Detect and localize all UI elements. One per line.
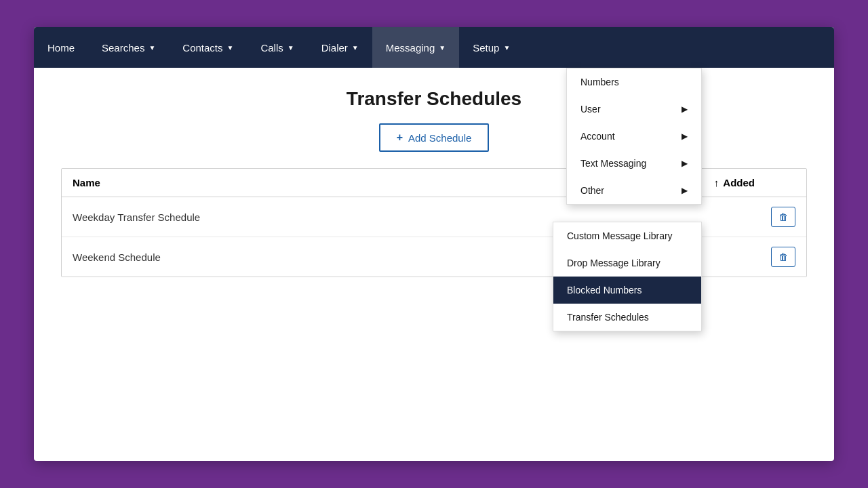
dropdown-item-other[interactable]: Other ▶	[567, 177, 701, 204]
user-arrow-icon: ▶	[682, 104, 688, 114]
messaging-caret: ▼	[439, 44, 446, 52]
row-name-weekday: Weekday Transfer Schedule	[73, 211, 771, 223]
messaging-dropdown: Numbers User ▶ Account ▶ Text Messaging …	[566, 68, 702, 205]
nav-dialer[interactable]: Dialer ▼	[308, 27, 372, 68]
calls-caret: ▼	[288, 44, 294, 52]
delete-weekend-button[interactable]: 🗑	[771, 247, 795, 267]
navbar: Home Searches ▼ Contacts ▼ Calls ▼ Diale…	[34, 27, 834, 68]
dropdown-item-user[interactable]: User ▶	[567, 96, 701, 123]
dialer-caret: ▼	[352, 44, 359, 52]
contacts-caret: ▼	[227, 44, 234, 52]
other-arrow-icon: ▶	[682, 186, 688, 195]
main-window: Home Searches ▼ Contacts ▼ Calls ▼ Diale…	[34, 27, 834, 461]
setup-caret: ▼	[503, 44, 510, 52]
nav-home[interactable]: Home	[34, 27, 88, 68]
dropdown-item-account[interactable]: Account ▶	[567, 123, 701, 150]
nav-setup[interactable]: Setup ▼	[459, 27, 524, 68]
column-header-added: ↑ Added	[714, 177, 755, 188]
submenu-item-custom-message-library[interactable]: Custom Message Library	[553, 222, 701, 249]
nav-messaging[interactable]: Messaging ▼	[372, 27, 459, 68]
dropdown-item-numbers[interactable]: Numbers	[567, 68, 701, 96]
nav-contacts[interactable]: Contacts ▼	[169, 27, 247, 68]
delete-weekday-button[interactable]: 🗑	[771, 207, 795, 227]
row-actions-weekend: 🗑	[771, 247, 795, 267]
dropdown-item-text-messaging[interactable]: Text Messaging ▶	[567, 150, 701, 177]
add-schedule-button[interactable]: + Add Schedule	[379, 123, 490, 152]
submenu-item-blocked-numbers[interactable]: Blocked Numbers	[553, 277, 701, 304]
sort-up-icon[interactable]: ↑	[714, 177, 719, 188]
text-messaging-arrow-icon: ▶	[682, 159, 688, 168]
nav-calls[interactable]: Calls ▼	[247, 27, 307, 68]
row-actions-weekday: 🗑	[771, 207, 795, 227]
nav-searches[interactable]: Searches ▼	[88, 27, 169, 68]
searches-caret: ▼	[149, 44, 155, 52]
add-schedule-label: Add Schedule	[408, 132, 471, 144]
text-messaging-submenu: Custom Message Library Drop Message Libr…	[553, 222, 702, 331]
account-arrow-icon: ▶	[682, 131, 688, 141]
main-content: Transfer Schedules + Add Schedule Name ↑…	[34, 68, 834, 298]
plus-icon: +	[397, 131, 403, 144]
submenu-item-drop-message-library[interactable]: Drop Message Library	[553, 249, 701, 277]
submenu-item-transfer-schedules[interactable]: Transfer Schedules	[553, 304, 701, 331]
